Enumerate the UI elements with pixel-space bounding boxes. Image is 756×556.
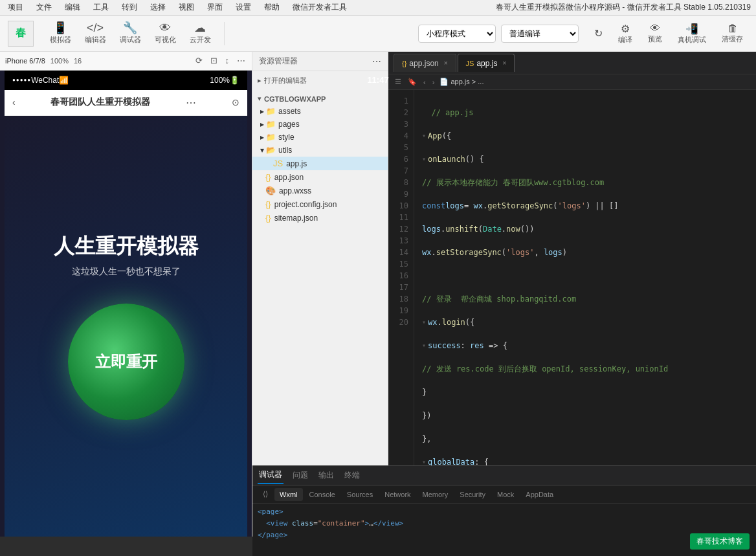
debug-content-wxml-icon[interactable]: ⟨⟩: [258, 487, 273, 501]
menu-item-file[interactable]: 文件: [34, 1, 54, 14]
visualize-button[interactable]: 👁 可视化: [149, 19, 181, 47]
compile-button[interactable]: ⚙ 编译: [613, 20, 638, 47]
menu-item-interface[interactable]: 界面: [205, 1, 225, 14]
menu-item-tools[interactable]: 工具: [91, 1, 111, 14]
phone-status-bar: ●●●●● WeChat 📶 11:47 100% 🔋: [5, 71, 247, 90]
file-panel-more-icon[interactable]: ⋯: [372, 56, 381, 67]
debug-content-tab-sources[interactable]: Sources: [342, 488, 378, 501]
phone-wifi-icon: 📶: [59, 76, 69, 85]
phone-signal: ●●●●●: [12, 77, 31, 83]
folder-utils[interactable]: ▾ 📂 utils: [252, 144, 388, 157]
debug-content-tab-appdata[interactable]: AppData: [520, 488, 559, 501]
watermark: 春哥技术博客: [690, 533, 750, 550]
phone-home-icon[interactable]: ⊙: [232, 97, 239, 107]
main-layout: iPhone 6/7/8 100% 16 ⟳ ⊡ ↕ ⋯ ●●●●● WeCha…: [0, 52, 756, 537]
menu-item-view[interactable]: 视图: [176, 1, 197, 14]
cloud-button[interactable]: ☁ 云开发: [184, 19, 216, 47]
device-icon-group: ⟳ ⊡ ↕ ⋯: [194, 54, 247, 67]
phone-battery: 100%: [210, 76, 230, 85]
debug-content-tab-memory[interactable]: Memory: [417, 488, 454, 501]
back-icon[interactable]: ‹: [422, 77, 427, 87]
phone-content: 人生重开模拟器 这垃圾人生一秒也不想呆了 立即重开: [5, 116, 247, 537]
folder-pages[interactable]: ▸ 📁 pages: [252, 118, 388, 131]
toolbar-mode-section: 小程序模式 普通编译: [418, 25, 579, 43]
appwxss-label: app.wxss: [279, 186, 311, 195]
debug-content-tab-security[interactable]: Security: [454, 488, 491, 501]
editor-tabs: {} app.json × JS app.js ×: [388, 52, 756, 74]
breadcrumb: 📄 app.js > ...: [439, 78, 484, 86]
sitemap-label: sitemap.json: [274, 214, 318, 223]
appjs-tab-close[interactable]: ×: [502, 60, 506, 67]
debug-tab-output[interactable]: 输出: [317, 467, 335, 484]
appjson-tab-icon: {}: [402, 60, 406, 67]
device-scale: 16: [74, 57, 82, 65]
file-item-sitemap[interactable]: {} sitemap.json: [252, 211, 388, 225]
debug-content-tab-console[interactable]: Console: [304, 488, 340, 501]
debugger-button[interactable]: 🔧 调试器: [114, 19, 146, 47]
debug-content-tab-network[interactable]: Network: [379, 488, 416, 501]
debug-tab-issues[interactable]: 问题: [291, 467, 309, 484]
phone-back-icon[interactable]: ‹: [12, 97, 16, 107]
debug-tab-terminal[interactable]: 终端: [343, 467, 361, 484]
more-icon[interactable]: ⋯: [236, 54, 247, 67]
bookmark-icon[interactable]: 🔖: [406, 76, 418, 87]
folder-color-icon: 📁: [266, 107, 276, 116]
debug-html-line-3: </page>: [258, 529, 751, 537]
menu-item-wechat[interactable]: 微信开发者工具: [290, 1, 350, 14]
rotate-icon[interactable]: ⟳: [194, 54, 204, 67]
device-bar: iPhone 6/7/8 100% 16 ⟳ ⊡ ↕ ⋯: [0, 52, 252, 71]
phone-start-text: 立即重开: [95, 351, 157, 372]
folder-style[interactable]: ▸ 📁 style: [252, 131, 388, 144]
menu-item-settings[interactable]: 设置: [233, 1, 254, 14]
tab-appjson[interactable]: {} app.json ×: [394, 54, 456, 72]
tab-appjs[interactable]: JS app.js ×: [458, 54, 515, 72]
folder-pages-label: pages: [278, 120, 300, 129]
appjson-tab-close[interactable]: ×: [444, 60, 448, 67]
chevron-down-icon: ▾: [258, 95, 261, 103]
phone-frame: ●●●●● WeChat 📶 11:47 100% 🔋 ‹ 春哥团队人生重开模拟…: [5, 71, 247, 537]
clear-button[interactable]: 🗑 清缓存: [717, 20, 748, 47]
toolbar-main-buttons: 📱 模拟器 </> 编辑器 🔧 调试器 👁 可视化 ☁ 云开发: [44, 19, 216, 47]
folder-assets[interactable]: ▸ 📁 assets: [252, 105, 388, 118]
file-item-appjson[interactable]: {} app.json: [252, 170, 388, 184]
debug-content-tab-wxml[interactable]: Wxml: [274, 488, 303, 501]
folder-pages-arrow: ▸: [260, 120, 264, 129]
compile-select[interactable]: 普通编译: [501, 25, 579, 43]
sitemap-icon: {}: [265, 213, 271, 223]
file-panel-title: 资源管理器: [259, 56, 298, 67]
menu-item-edit[interactable]: 编辑: [62, 1, 83, 14]
device-name-select[interactable]: iPhone 6/7/8: [5, 57, 45, 65]
phone-nav-bar: ‹ 春哥团队人生重开模拟器 ⋯ ⊙: [5, 90, 247, 116]
file-section-project-header[interactable]: ▾ CGTBLOGWXAPP: [252, 93, 388, 105]
folder-pages-icon: 📁: [266, 120, 276, 129]
debug-tab-debugger[interactable]: 调试器: [258, 467, 284, 484]
phone-battery-icon: 🔋: [230, 76, 239, 85]
right-section: 资源管理器 ⋯ ▸ 打开的编辑器 ▾ CGT: [252, 52, 756, 537]
breadcrumb-folder-icon: 📄: [439, 78, 449, 85]
phone-menu-icon[interactable]: ⋯: [186, 96, 196, 109]
folder-assets-label: assets: [278, 107, 301, 116]
phone-start-button[interactable]: 立即重开: [68, 304, 184, 420]
mode-select[interactable]: 小程序模式: [418, 25, 496, 43]
appjson-icon: {}: [265, 172, 271, 182]
project-name-label: CGTBLOGWXAPP: [264, 95, 326, 103]
breadcrumb-text: app.js > ...: [450, 78, 484, 85]
dock-icon[interactable]: ⊡: [209, 54, 219, 67]
menu-item-select[interactable]: 选择: [148, 1, 168, 14]
forward-icon[interactable]: ›: [431, 77, 436, 87]
menu-item-project[interactable]: 项目: [5, 1, 26, 14]
refresh-button[interactable]: ↻: [589, 25, 608, 42]
file-item-appjs[interactable]: JS app.js: [252, 157, 388, 170]
arrow-icon[interactable]: ↕: [224, 54, 231, 67]
file-item-projectconfig[interactable]: {} project.config.json: [252, 197, 388, 211]
appjs-label: app.js: [286, 159, 307, 168]
real-test-button[interactable]: 📲 真机调试: [673, 20, 711, 47]
file-item-appwxss[interactable]: 🎨 app.wxss: [252, 184, 388, 197]
menu-item-goto[interactable]: 转到: [119, 1, 140, 14]
preview-button[interactable]: 👁 预览: [643, 20, 667, 47]
simulator-button[interactable]: 📱 模拟器: [44, 19, 76, 47]
menu-item-help[interactable]: 帮助: [261, 1, 282, 14]
editor-button[interactable]: </> 编辑器: [79, 19, 111, 47]
debug-content-tab-mock[interactable]: Mock: [492, 488, 519, 501]
menu-icon[interactable]: ☰: [394, 76, 403, 87]
